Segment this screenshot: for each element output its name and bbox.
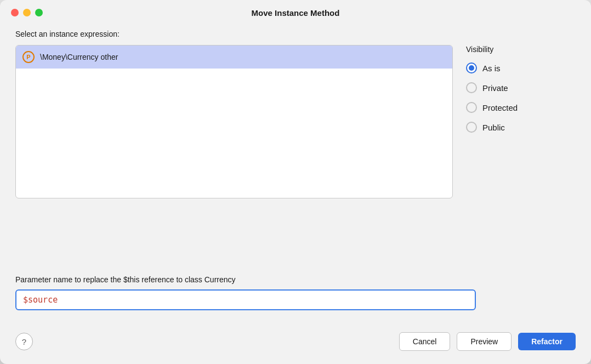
visibility-title: Visibility [466,45,576,54]
preview-button[interactable]: Preview [457,332,512,351]
help-button[interactable]: ? [15,333,33,350]
expression-icon: P [22,51,35,63]
radio-as-is[interactable]: As is [466,62,576,73]
radio-protected[interactable]: Protected [466,102,576,113]
main-area: P \Money\Currency other Visibility As is [15,45,576,264]
refactor-button[interactable]: Refactor [518,333,576,350]
footer-buttons: Cancel Preview Refactor [399,332,576,351]
expression-list[interactable]: P \Money\Currency other [15,45,453,198]
radio-public[interactable]: Public [466,122,576,133]
radio-group: As is Private Protected Public [466,62,576,133]
radio-outer-protected [466,102,477,113]
expression-text: \Money\Currency other [40,53,118,61]
radio-label-public: Public [482,123,505,132]
visibility-panel: Visibility As is Private Prote [466,45,576,264]
radio-private[interactable]: Private [466,82,576,93]
title-bar: Move Instance Method [0,0,591,21]
radio-outer-public [466,122,477,133]
parameter-section: Parameter name to replace the $this refe… [15,275,576,310]
radio-inner-as-is [469,65,474,71]
radio-label-private: Private [482,83,508,93]
help-icon: ? [22,337,26,346]
cancel-button[interactable]: Cancel [399,332,451,351]
expression-item[interactable]: P \Money\Currency other [16,46,452,69]
radio-outer-as-is [466,62,477,73]
minimize-button[interactable] [23,9,31,16]
radio-outer-private [466,82,477,93]
window-controls [11,9,43,16]
dialog-window: Move Instance Method Select an instance … [0,0,591,364]
section-label: Select an instance expression: [15,30,576,38]
content-area: Select an instance expression: P \Money\… [0,21,591,323]
close-button[interactable] [11,9,19,16]
footer: ? Cancel Preview Refactor [0,323,591,364]
radio-label-as-is: As is [482,64,501,73]
maximize-button[interactable] [35,9,43,16]
param-label: Parameter name to replace the $this refe… [15,275,576,284]
param-input[interactable] [15,289,476,310]
radio-label-protected: Protected [482,103,518,112]
dialog-title: Move Instance Method [252,8,340,18]
